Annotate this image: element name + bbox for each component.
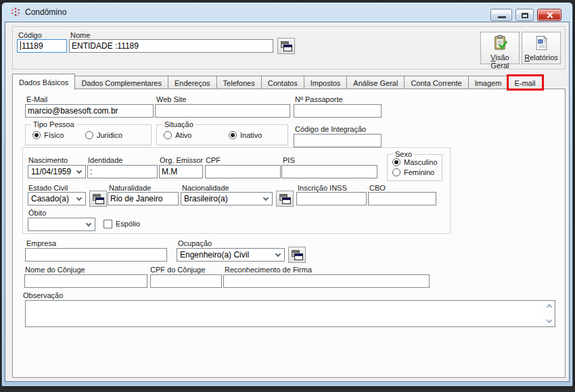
tab-dados-complementares[interactable]: Dados Complementares <box>74 76 168 89</box>
tab-strip: Dados Básicos Dados Complementares Ender… <box>12 74 543 89</box>
nascimento-value: 11/04/1959 <box>31 167 73 176</box>
empresa-label: Empresa <box>26 239 56 247</box>
minimize-icon <box>498 16 506 18</box>
nacionalidade-lookup-button[interactable] <box>276 191 294 207</box>
ocupacao-combo[interactable]: Engenheiro(a) Civil <box>177 248 285 262</box>
codigo-label: Código <box>18 31 42 39</box>
tab-page-dados-basicos: E-Mail Web Site Nº Passaporte Tipo Pesso… <box>12 89 566 378</box>
cpf-label: CPF <box>206 156 221 164</box>
nome-lookup-button[interactable] <box>277 38 295 54</box>
observacao-textarea[interactable] <box>25 300 555 327</box>
tab-telefones[interactable]: Telefones <box>216 76 262 89</box>
condomino-window: Condômino Código 11189 Nome <box>1 2 573 387</box>
titlebar[interactable]: Condômino <box>2 3 572 22</box>
ocupacao-lookup-button[interactable] <box>288 247 306 263</box>
nome-input[interactable] <box>69 39 273 53</box>
estado-civil-value: Casado(a) <box>31 194 73 203</box>
relatorios-button[interactable]: Relatórios <box>522 32 561 64</box>
nome-label: Nome <box>70 31 90 39</box>
visao-geral-button[interactable]: Visão Geral <box>480 32 520 64</box>
observacao-scrollbar[interactable] <box>543 301 555 326</box>
website-label: Web Site <box>156 95 186 103</box>
observacao-label: Observação <box>23 291 63 299</box>
tab-conta-corrente[interactable]: Conta Corrente <box>404 76 468 89</box>
masculino-radio[interactable] <box>392 158 400 166</box>
window-title: Condômino <box>25 7 66 17</box>
pis-input[interactable] <box>281 165 377 178</box>
inscricao-inss-input[interactable] <box>296 192 367 205</box>
cbo-label: CBO <box>369 184 386 192</box>
estado-civil-lookup-button[interactable] <box>89 191 107 207</box>
nascimento-combo[interactable]: 11/04/1959 <box>28 165 86 178</box>
fisico-label: Físico <box>44 131 64 139</box>
cbo-input[interactable] <box>368 192 436 205</box>
inscricao-inss-label: Inscrição INSS <box>298 184 347 192</box>
passaporte-input[interactable] <box>294 104 382 118</box>
header-group: Código 11189 Nome <box>12 26 566 70</box>
tab-imagem[interactable]: Imagem <box>468 76 509 89</box>
email-label: E-Mail <box>26 95 47 103</box>
naturalidade-label: Naturalidade <box>109 184 151 192</box>
tab-dados-basicos[interactable]: Dados Básicos <box>12 74 75 90</box>
codigo-value: 11189 <box>22 41 43 51</box>
cpf-input[interactable] <box>205 165 281 178</box>
identidade-label: Identidade <box>88 156 122 164</box>
fisico-radio[interactable] <box>32 131 41 139</box>
codigo-integracao-label: Código de Integração <box>295 125 366 133</box>
codigo-input[interactable]: 11189 <box>17 39 67 53</box>
inativo-label: Inativo <box>240 131 262 139</box>
tab-analise-geral[interactable]: Análise Geral <box>346 76 405 89</box>
chevron-down-icon <box>275 251 281 257</box>
nacionalidade-value: Brasileiro(a) <box>184 194 260 203</box>
ativo-label: Ativo <box>175 131 191 139</box>
maximize-button[interactable] <box>515 9 534 21</box>
juridico-label: Juridico <box>97 131 122 139</box>
scroll-down-icon[interactable] <box>547 318 552 323</box>
espolio-label: Espólio <box>116 220 140 228</box>
reconhecimento-firma-input[interactable] <box>223 274 430 288</box>
tab-enderecos[interactable]: Endereços <box>168 76 217 89</box>
scroll-up-icon[interactable] <box>547 304 552 310</box>
org-emissor-input[interactable] <box>159 165 203 178</box>
sexo-legend: Sexo <box>393 150 414 158</box>
tipo-pessoa-legend: Tipo Pessoa <box>31 120 76 128</box>
estado-civil-combo[interactable]: Casado(a) <box>28 192 86 205</box>
situacao-legend: Situação <box>162 120 196 128</box>
email-input[interactable] <box>25 104 154 118</box>
empresa-input[interactable] <box>25 248 167 262</box>
tab-email[interactable]: E-mail <box>507 76 542 89</box>
tab-contatos[interactable]: Contatos <box>261 76 304 89</box>
relatorios-label: Relatórios <box>522 53 560 62</box>
tab-impostos[interactable]: Impostos <box>304 76 348 89</box>
ocupacao-label: Ocupação <box>178 239 212 247</box>
inativo-radio[interactable] <box>229 131 237 139</box>
juridico-radio[interactable] <box>85 131 93 139</box>
sexo-group: Sexo Masculino Feminino <box>387 154 442 181</box>
nome-conjuge-input[interactable] <box>24 274 147 288</box>
naturalidade-input[interactable] <box>108 192 179 205</box>
tab-email-label: E-mail <box>514 79 535 87</box>
codigo-integracao-input[interactable] <box>294 134 382 147</box>
nacionalidade-combo[interactable]: Brasileiro(a) <box>181 192 273 205</box>
identidade-input[interactable] <box>87 165 158 178</box>
ativo-radio[interactable] <box>164 131 172 139</box>
app-icon <box>10 7 21 18</box>
report-document-icon <box>533 34 550 51</box>
nome-conjuge-label: Nome do Cônjuge <box>25 266 85 274</box>
website-input[interactable] <box>155 104 290 118</box>
espolio-checkbox[interactable] <box>104 220 112 228</box>
chevron-down-icon <box>76 195 82 201</box>
cpf-conjuge-input[interactable] <box>150 274 222 288</box>
passaporte-label: Nº Passaporte <box>295 95 343 103</box>
cascade-windows-icon <box>281 41 292 51</box>
masculino-label: Masculino <box>404 158 438 166</box>
feminino-radio[interactable] <box>392 168 400 176</box>
cascade-windows-icon <box>279 194 291 204</box>
chevron-down-icon <box>76 168 82 174</box>
ocupacao-value: Engenheiro(a) Civil <box>180 250 272 260</box>
close-button[interactable] <box>537 9 561 21</box>
chevron-down-icon <box>263 195 269 201</box>
obito-combo[interactable] <box>28 218 95 231</box>
minimize-button[interactable] <box>490 9 512 21</box>
nascimento-label: Nascimento <box>28 156 68 164</box>
